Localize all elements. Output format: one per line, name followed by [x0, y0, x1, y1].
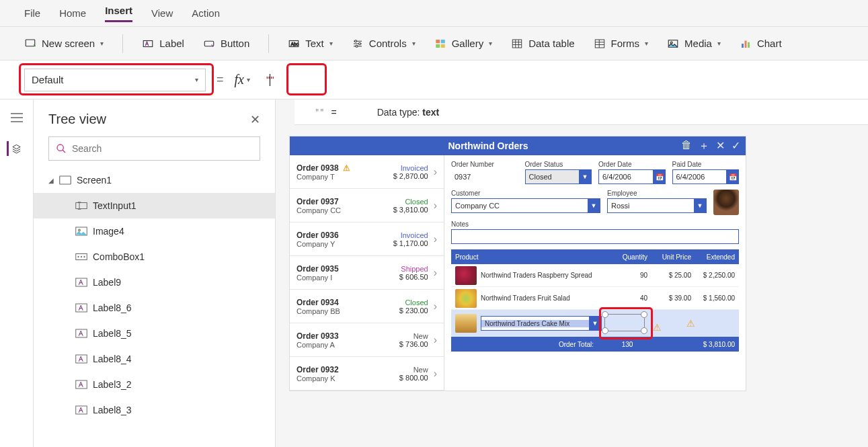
- product-header: Product Quantity Unit Price Extended: [451, 249, 739, 264]
- label-node-icon: [75, 354, 87, 364]
- svg-rect-11: [440, 44, 444, 47]
- highlight-formula-input: [286, 63, 327, 95]
- employee-select[interactable]: Rossi▼: [607, 198, 707, 213]
- tree-view-title: Tree view: [48, 112, 106, 127]
- forms-button[interactable]: Forms▾: [594, 38, 649, 50]
- tree-node-label8-5[interactable]: Label8_5: [34, 321, 275, 346]
- svg-point-5: [354, 40, 356, 42]
- highlight-quantity-input: [599, 307, 653, 339]
- tree-node-label8-6[interactable]: Label8_6: [34, 295, 275, 321]
- cake-image: [455, 314, 477, 333]
- delete-icon[interactable]: 🗑: [681, 139, 692, 153]
- employee-avatar: [713, 190, 739, 215]
- order-row[interactable]: Order 0938 ⚠Company TInvoiced$ 2,870.00›: [290, 155, 444, 189]
- menu-file[interactable]: File: [24, 7, 40, 19]
- svg-rect-29: [76, 304, 87, 312]
- employee-label: Employee: [607, 190, 707, 197]
- controls-icon: [352, 38, 364, 50]
- svg-rect-31: [76, 355, 87, 363]
- order-row[interactable]: Order 0937Company CCClosed$ 3,810.00›: [290, 189, 444, 222]
- gallery-icon: [434, 38, 446, 50]
- order-date-picker[interactable]: 6/4/2006📅: [598, 169, 666, 184]
- tree-node-label8-4[interactable]: Label8_4: [34, 346, 275, 372]
- tree-node-label9[interactable]: Label9: [34, 270, 275, 295]
- media-icon: [667, 38, 679, 50]
- paid-date-label: Paid Date: [672, 161, 740, 168]
- svg-rect-12: [512, 40, 522, 48]
- gallery-button[interactable]: Gallery▾: [434, 38, 493, 50]
- product-row[interactable]: Northwind Traders Fruit Salad40$ 39.00$ …: [451, 287, 739, 310]
- hamburger-icon[interactable]: [9, 110, 24, 125]
- media-button[interactable]: Media▾: [667, 38, 721, 50]
- order-row[interactable]: Order 0934Company BBClosed$ 230.00›: [290, 290, 444, 323]
- tree-node-combobox1[interactable]: ComboBox1: [34, 244, 275, 270]
- menu-action[interactable]: Action: [192, 7, 220, 19]
- add-icon[interactable]: ＋: [699, 139, 709, 153]
- image-icon: [75, 227, 87, 236]
- text-icon: Abc: [288, 38, 300, 50]
- svg-rect-32: [76, 380, 87, 389]
- svg-point-23: [79, 229, 81, 231]
- order-row[interactable]: Order 0933Company ANew$ 736.00›: [290, 323, 444, 357]
- button-icon: [203, 38, 215, 50]
- order-number-label: Order Number: [451, 161, 518, 168]
- warning-icon: ⚠: [686, 318, 695, 329]
- fx-dropdown[interactable]: ▾: [247, 76, 250, 83]
- tree-node-textinput1[interactable]: TextInput1: [34, 193, 275, 218]
- order-row[interactable]: Order 0932Company KNew$ 800.00›: [290, 357, 444, 391]
- data-table-button[interactable]: Data table: [511, 38, 574, 50]
- chart-button[interactable]: Chart: [740, 38, 782, 50]
- new-screen-button[interactable]: New screen▾: [24, 38, 104, 50]
- tree-search[interactable]: [48, 136, 260, 161]
- order-row[interactable]: Order 0935Company IShipped$ 606.50›: [290, 256, 444, 290]
- orders-gallery[interactable]: Order 0938 ⚠Company TInvoiced$ 2,870.00›…: [290, 155, 444, 391]
- order-status-select[interactable]: Closed▼: [525, 169, 592, 184]
- menu-home[interactable]: Home: [59, 7, 86, 19]
- customer-select[interactable]: Company CC▼: [451, 198, 600, 213]
- tree-node-label8-3[interactable]: Label8_3: [34, 397, 275, 423]
- text-button[interactable]: Abc Text▾: [288, 38, 333, 50]
- confirm-icon[interactable]: ✓: [732, 139, 740, 153]
- svg-text:Abc: Abc: [291, 42, 299, 46]
- tree-search-input[interactable]: [72, 143, 253, 154]
- svg-rect-20: [60, 176, 71, 184]
- label-node-icon: [75, 380, 87, 389]
- svg-rect-8: [436, 40, 440, 43]
- svg-point-19: [57, 145, 63, 151]
- close-tree-button[interactable]: ✕: [250, 112, 260, 127]
- warning-icon: ⚠: [653, 322, 662, 333]
- layers-icon[interactable]: [7, 141, 22, 156]
- label-button[interactable]: Label: [142, 38, 184, 50]
- chart-icon: [740, 38, 752, 50]
- label-node-icon: [75, 329, 87, 338]
- svg-point-26: [81, 256, 82, 257]
- svg-rect-33: [76, 406, 87, 414]
- label-icon: [142, 38, 154, 50]
- svg-rect-21: [76, 203, 87, 209]
- menu-insert[interactable]: Insert: [105, 5, 132, 22]
- menu-view[interactable]: View: [151, 7, 173, 19]
- tree-node-image4[interactable]: Image4: [34, 218, 275, 244]
- combobox-icon: [75, 252, 87, 261]
- product-row[interactable]: Northwind Traders Raspberry Spread90$ 25…: [451, 264, 739, 287]
- svg-rect-10: [436, 44, 440, 47]
- svg-rect-30: [76, 329, 87, 337]
- new-product-select[interactable]: Northwind Traders Cake Mix▼: [481, 316, 602, 331]
- fx-icon[interactable]: fx: [235, 72, 244, 87]
- svg-point-7: [356, 45, 358, 47]
- screen-icon: [24, 38, 36, 50]
- order-row[interactable]: Order 0936Company YInvoiced$ 1,170.00›: [290, 222, 444, 256]
- button-button[interactable]: Button: [203, 38, 249, 50]
- app-preview: Northwind Orders 🗑 ＋ ✕ ✓ Order 0938 ⚠Com…: [289, 136, 746, 391]
- order-number-value: 0937: [451, 169, 518, 184]
- tree-node-label3-2[interactable]: Label3_2: [34, 372, 275, 397]
- tree-node-screen1[interactable]: ◢ Screen1: [34, 167, 275, 193]
- cancel-icon[interactable]: ✕: [716, 139, 725, 153]
- svg-rect-28: [76, 278, 87, 286]
- controls-button[interactable]: Controls▾: [352, 38, 416, 50]
- label-node-icon: [75, 303, 87, 313]
- notes-input[interactable]: [451, 229, 739, 244]
- paid-date-picker[interactable]: 6/4/2006📅: [672, 169, 740, 184]
- new-product-row: Northwind Traders Cake Mix▼ ⚠ ⚠: [451, 310, 739, 337]
- notes-label: Notes: [451, 220, 739, 228]
